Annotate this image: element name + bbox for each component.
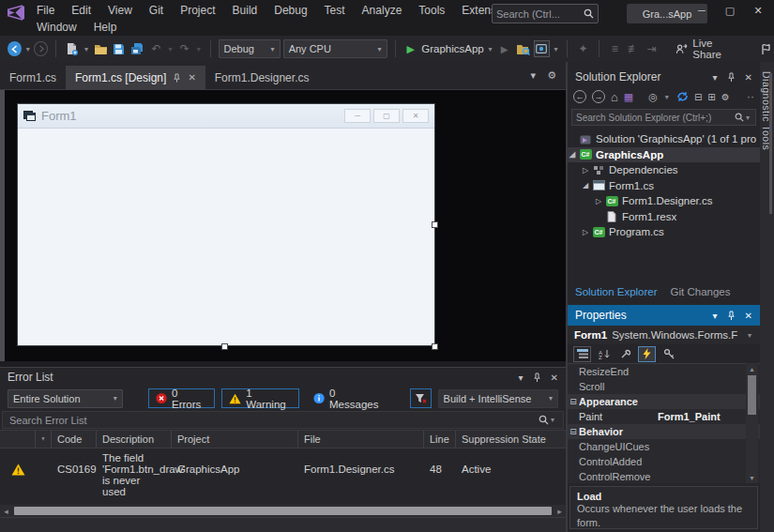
new-file-dropdown-icon[interactable]: ▾ (83, 45, 89, 53)
tab-form1-designer-cs[interactable]: Form1.Designer.cs (205, 66, 319, 89)
sync-with-active-document-icon[interactable]: ◎ (648, 91, 658, 103)
form-maximize-icon[interactable]: ▢ (373, 109, 400, 123)
collapsed-icon[interactable]: ▷ (581, 166, 590, 175)
tree-item-form1-designer-cs[interactable]: ▷ C# Form1.Designer.cs (568, 193, 760, 209)
column-file[interactable]: File (298, 431, 424, 448)
redo-dropdown-icon[interactable]: ▾ (195, 45, 202, 53)
search-options-dropdown-icon[interactable]: ▾ (549, 416, 556, 424)
sync-dropdown-icon[interactable]: ▾ (663, 93, 671, 101)
navigate-forward-icon[interactable] (34, 41, 48, 56)
event-row-paint[interactable]: Paint Form1_Paint (568, 409, 760, 424)
errors-toggle-button[interactable]: 0 Errors (148, 388, 215, 408)
live-preview-icon[interactable] (534, 40, 550, 57)
expanded-icon[interactable]: ◢ (581, 181, 590, 190)
column-code[interactable]: Code (52, 431, 97, 448)
maximize-icon[interactable]: ▢ (716, 0, 744, 21)
collapsed-icon[interactable]: ▷ (594, 197, 603, 205)
global-search-box[interactable]: Search (Ctrl... (492, 4, 599, 23)
refresh-icon[interactable] (676, 91, 689, 102)
resize-handle-right[interactable] (432, 221, 438, 228)
undo-icon[interactable]: ↶ (148, 40, 164, 57)
scrollbar-thumb[interactable] (748, 375, 756, 415)
navigate-back-icon[interactable] (8, 41, 22, 56)
designed-form[interactable]: Form1 ─ ▢ ✕ (17, 103, 435, 346)
column-line[interactable]: Line (424, 431, 456, 448)
alphabetical-icon[interactable]: AZ (595, 346, 613, 362)
collapse-category-icon[interactable]: ⊟ (568, 427, 579, 436)
category-row-appearance[interactable]: ⊟ Appearance (568, 394, 760, 409)
event-row-changeuicues[interactable]: ChangeUICues (568, 439, 760, 454)
navigate-back-dropdown-icon[interactable]: ▾ (24, 45, 31, 53)
column-severity[interactable] (0, 431, 36, 448)
menu-view[interactable]: View (99, 2, 141, 19)
active-files-dropdown-icon[interactable]: ▾ (531, 69, 537, 82)
tree-item-program-cs[interactable]: ▷ C# Program.cs (568, 224, 760, 240)
tree-item-form1-resx[interactable]: Form1.resx (568, 209, 760, 225)
tree-item-dependencies[interactable]: ▷ Dependencies (568, 162, 760, 178)
column-project[interactable]: Project (172, 431, 298, 448)
se-forward-icon[interactable]: → (592, 90, 605, 103)
form-close-icon[interactable]: ✕ (402, 109, 429, 123)
menu-git[interactable]: Git (141, 2, 172, 19)
tab-form1-cs[interactable]: Form1.cs (0, 66, 66, 89)
close-panel-icon[interactable]: ✕ (745, 311, 752, 321)
menu-file[interactable]: File (28, 2, 63, 19)
form-minimize-icon[interactable]: ─ (344, 109, 371, 123)
column-suppression-state[interactable]: Suppression State (456, 431, 566, 448)
menu-analyze[interactable]: Analyze (354, 2, 411, 19)
undo-dropdown-icon[interactable]: ▾ (167, 45, 174, 53)
close-icon[interactable]: ✕ (744, 0, 772, 21)
tree-item-solution[interactable]: Solution 'GraphicsApp' (1 of 1 pro (568, 131, 760, 147)
tree-item-project-graphicsapp[interactable]: ◢ C# GraphicsApp (568, 147, 760, 163)
pin-icon[interactable] (727, 72, 736, 83)
property-pages-icon[interactable] (660, 346, 677, 362)
error-source-dropdown[interactable]: Build + IntelliSense ▾ (438, 389, 558, 408)
close-tab-icon[interactable]: ✕ (188, 72, 195, 83)
startup-project-dropdown-icon[interactable]: ▾ (487, 45, 493, 53)
properties-scrollbar[interactable]: ▲ ▼ (746, 363, 758, 483)
scroll-left-icon[interactable]: ◂ (0, 507, 12, 516)
save-all-icon[interactable] (129, 40, 145, 57)
error-code-link[interactable]: CS0169 (52, 448, 97, 479)
close-panel-icon[interactable]: ✕ (745, 72, 752, 83)
solution-configuration-dropdown[interactable]: Debug ▾ (219, 39, 281, 58)
search-options-dropdown-icon[interactable]: ▾ (744, 114, 751, 122)
category-row-behavior[interactable]: ⊟ Behavior (568, 424, 760, 439)
vertical-scrollbar-thumb[interactable] (769, 73, 772, 214)
feedback-icon[interactable] (758, 40, 774, 57)
tab-git-changes[interactable]: Git Changes (671, 286, 731, 297)
warnings-toggle-button[interactable]: 1 Warning (221, 388, 299, 408)
save-icon[interactable] (111, 40, 127, 57)
resize-handle-bottom-right[interactable] (432, 343, 438, 350)
start-without-debugging-icon[interactable]: ▶ (496, 40, 512, 57)
categorized-icon[interactable] (573, 346, 591, 362)
menu-debug[interactable]: Debug (266, 2, 315, 19)
event-row-controladded[interactable]: ControlAdded (568, 454, 760, 469)
resize-handle-bottom[interactable] (221, 343, 228, 350)
tab-solution-explorer[interactable]: Solution Explorer (575, 286, 658, 297)
show-all-files-icon[interactable]: ⊞ (707, 92, 715, 102)
window-position-dropdown-icon[interactable]: ▾ (519, 372, 524, 383)
messages-toggle-button[interactable]: 0 Messages (306, 388, 391, 408)
find-in-files-icon[interactable] (515, 40, 531, 57)
scroll-up-icon[interactable]: ▲ (746, 363, 758, 374)
event-row-controlremove[interactable]: ControlRemove (568, 469, 760, 484)
live-share-button[interactable]: Live Share (675, 38, 740, 60)
filter-button[interactable] (410, 388, 432, 408)
collapse-category-icon[interactable]: ⊟ (568, 397, 579, 406)
pin-icon[interactable] (173, 73, 181, 83)
tree-item-form1-cs[interactable]: ◢ Form1.cs (568, 178, 760, 194)
event-handler-value[interactable]: Form1_Paint (658, 411, 721, 422)
solution-platform-dropdown[interactable]: Any CPU ▾ (283, 39, 387, 58)
pin-icon[interactable] (727, 311, 736, 321)
live-preview-dropdown-icon[interactable]: ▾ (553, 45, 559, 53)
startup-project-label[interactable]: GraphicsApp (421, 43, 483, 54)
tab-form1-cs-design[interactable]: Form1.cs [Design] ✕ (66, 66, 205, 89)
solution-explorer-header[interactable]: Solution Explorer ▾ ✕ (568, 68, 760, 86)
error-scope-dropdown[interactable]: Entire Solution ▾ (8, 389, 123, 408)
close-panel-icon[interactable]: ✕ (551, 372, 558, 383)
menu-edit[interactable]: Edit (63, 2, 99, 19)
home-icon[interactable]: ⌂ (611, 90, 618, 104)
properties-view-icon[interactable] (616, 346, 634, 362)
menu-tools[interactable]: Tools (410, 2, 453, 19)
